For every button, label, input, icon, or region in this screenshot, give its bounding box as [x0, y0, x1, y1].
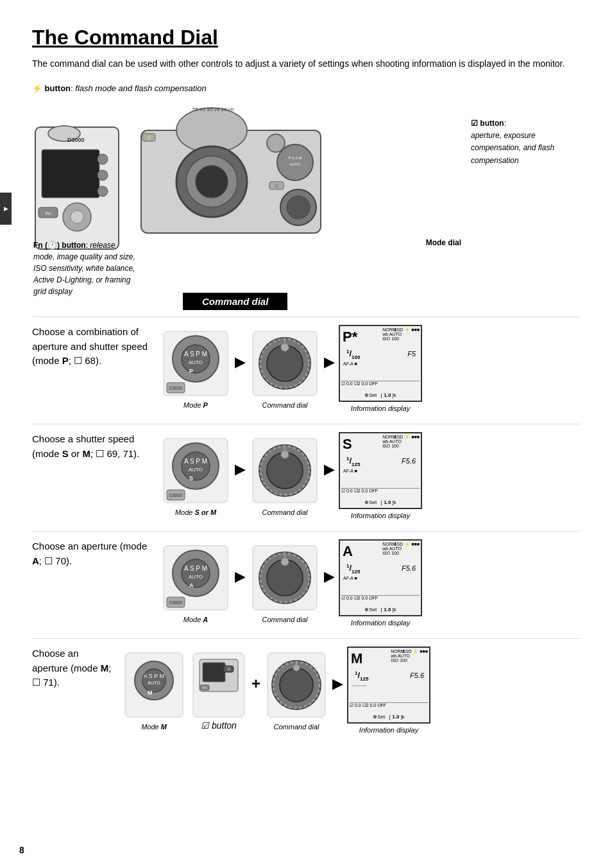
svg-point-44	[182, 452, 210, 480]
info-display-m-caption: Information display	[359, 726, 418, 734]
info-display-p-col: SSD ⚡ ■■■ P* NORMwb AUTOISO 100 1/100 F5…	[339, 325, 422, 412]
command-dial-m-col: Command dial	[264, 650, 328, 731]
svg-point-4	[98, 170, 108, 180]
command-dial-p-col: Command dial	[250, 328, 320, 409]
svg-rect-78	[203, 663, 225, 682]
main-diagram: Fn D3000 Fn (🕐) button: release mode, im…	[32, 98, 580, 310]
info-display-s-col: SSD ⚡ ■■■ S NORMwb AUTOISO 100 1/125 F5.…	[339, 432, 422, 519]
svg-text:A S P M: A S P M	[184, 565, 207, 572]
svg-text:AUTO: AUTO	[290, 162, 301, 166]
arrow-1: ▶	[235, 354, 246, 370]
svg-text:AUTO: AUTO	[189, 574, 203, 580]
section-a: Choose an aperture (mode A; ☐ 70). A S P…	[32, 531, 580, 627]
svg-text:AUTO: AUTO	[189, 360, 203, 365]
svg-text:☑: ☑	[227, 667, 230, 671]
section-a-text: Choose an aperture (mode A; ☐ 70).	[32, 539, 160, 568]
bookmark-tab: ▶	[0, 193, 12, 225]
svg-text:S: S	[189, 475, 193, 482]
info-display-a-col: SSD ⚡ ■■■ A NORMwb AUTOISO 100 1/125 F5.…	[339, 539, 422, 627]
fn-button-label: Fn (🕐) button: release mode, image quali…	[33, 239, 136, 297]
arrow-5: ▶	[235, 568, 246, 585]
info-display-m-col: SSD ⚡ ■■■ M NORMwb AUTOISO 100 1/125 F5.…	[347, 647, 430, 734]
mode-s-caption: Mode S or M	[175, 508, 216, 516]
mode-dial-label: Mode dial	[426, 238, 461, 247]
section-s: Choose a shutter speed (mode S or M; ☐ 6…	[32, 424, 580, 519]
section-m-text: Choose an aperture (mode M; ☐ 71).	[32, 647, 122, 690]
intro-text: The command dial can be used with other …	[32, 57, 580, 71]
arrow-7: ▶	[332, 675, 343, 692]
ev-button-m-caption: ☑ button	[201, 720, 237, 731]
mode-p-col: A S P M AUTO P D3000 Mode P	[160, 328, 231, 409]
command-dial-s-col: Command dial	[250, 435, 320, 516]
section-p: Choose a combination of aperture and shu…	[32, 317, 580, 412]
svg-text:AUTO: AUTO	[148, 681, 160, 685]
page-number: 8	[19, 845, 24, 855]
svg-text:D3000: D3000	[169, 386, 183, 390]
svg-point-5	[98, 186, 108, 196]
info-display-p: SSD ⚡ ■■■ P* NORMwb AUTOISO 100 1/100 F5…	[339, 325, 422, 402]
svg-text:D3000: D3000	[169, 600, 183, 605]
command-dial-s-caption: Command dial	[262, 508, 308, 516]
command-dial-a-col: Command dial	[250, 542, 320, 623]
info-display-s-caption: Information display	[351, 512, 410, 519]
flash-label: ⚡ button: flash mode and flash compensat…	[32, 83, 580, 93]
svg-point-15	[196, 166, 228, 198]
section-s-text: Choose a shutter speed (mode S or M; ☐ 6…	[32, 432, 160, 461]
svg-rect-2	[42, 150, 99, 198]
svg-text:A: A	[189, 582, 194, 589]
svg-text:A S P M: A S P M	[144, 673, 164, 679]
section-p-images: A S P M AUTO P D3000 Mode P ▶ Command di…	[160, 325, 580, 412]
section-m-images: A S P M AUTO M Mode M ☑ Fn ☑ button +	[122, 647, 580, 734]
section-a-images: A S P M AUTO A D3000 Mode A ▶ Command di…	[160, 539, 580, 627]
svg-point-7	[71, 211, 83, 223]
info-display-a: SSD ⚡ ■■■ A NORMwb AUTOISO 100 1/125 F5.…	[339, 539, 422, 616]
svg-text:P: P	[189, 368, 193, 374]
svg-text:⚡: ⚡	[146, 135, 152, 141]
mode-s-col: A S P M AUTO S D3000 Mode S or M	[160, 435, 231, 516]
info-display-p-caption: Information display	[351, 404, 410, 412]
camera-back-image: Fn D3000	[32, 124, 122, 254]
mode-m-caption: Mode M	[141, 723, 167, 731]
arrow-4: ▶	[324, 461, 335, 478]
mode-a-caption: Mode A	[183, 616, 208, 623]
svg-text:55  45  35  24  18: 55 45 35 24 18	[192, 107, 227, 112]
svg-text:P S A M: P S A M	[288, 156, 302, 160]
svg-text:☑: ☑	[275, 184, 278, 188]
mode-p-caption: Mode P	[183, 401, 208, 409]
command-dial-p-caption: Command dial	[262, 401, 308, 409]
info-display-a-caption: Information display	[351, 619, 410, 627]
svg-point-3	[98, 154, 108, 164]
svg-text:A S P M: A S P M	[184, 351, 207, 358]
info-display-m: SSD ⚡ ■■■ M NORMwb AUTOISO 100 1/125 F5.…	[347, 647, 430, 724]
svg-text:D3000: D3000	[169, 493, 183, 498]
arrow-3: ▶	[235, 461, 246, 478]
svg-text:Fn: Fn	[46, 211, 51, 216]
svg-text:A S P M: A S P M	[184, 458, 207, 465]
mode-m-col: A S P M AUTO M Mode M	[122, 650, 186, 731]
section-p-text: Choose a combination of aperture and shu…	[32, 325, 160, 369]
ev-button-m-col: ☑ Fn ☑ button	[190, 650, 248, 731]
svg-point-58	[182, 559, 210, 587]
page-title: The Command Dial	[32, 26, 580, 49]
info-display-s: SSD ⚡ ■■■ S NORMwb AUTOISO 100 1/125 F5.…	[339, 432, 422, 509]
ev-button-label: ☑ button: aperture, exposure compensatio…	[471, 117, 580, 167]
arrow-6: ▶	[324, 568, 335, 585]
arrow-2: ▶	[324, 354, 335, 370]
command-dial-box: Command dial	[183, 293, 287, 310]
svg-point-23	[287, 196, 310, 219]
plus-sign: +	[251, 675, 260, 693]
mode-a-col: A S P M AUTO A D3000 Mode A	[160, 542, 231, 623]
command-dial-a-caption: Command dial	[262, 616, 308, 623]
section-m: Choose an aperture (mode M; ☐ 71). A S P…	[32, 638, 580, 734]
command-dial-m-caption: Command dial	[274, 723, 319, 731]
svg-text:M: M	[148, 690, 153, 696]
svg-text:VR: VR	[228, 107, 234, 112]
svg-point-30	[182, 345, 210, 373]
svg-text:D3000: D3000	[67, 137, 85, 143]
svg-point-85	[280, 668, 313, 702]
camera-top-image: 55 45 35 24 18 VR P S A M AUTO ⚡ ☑	[128, 98, 334, 261]
svg-text:AUTO: AUTO	[189, 467, 203, 473]
svg-text:Fn: Fn	[203, 686, 207, 690]
section-s-images: A S P M AUTO S D3000 Mode S or M ▶ Comma…	[160, 432, 580, 519]
